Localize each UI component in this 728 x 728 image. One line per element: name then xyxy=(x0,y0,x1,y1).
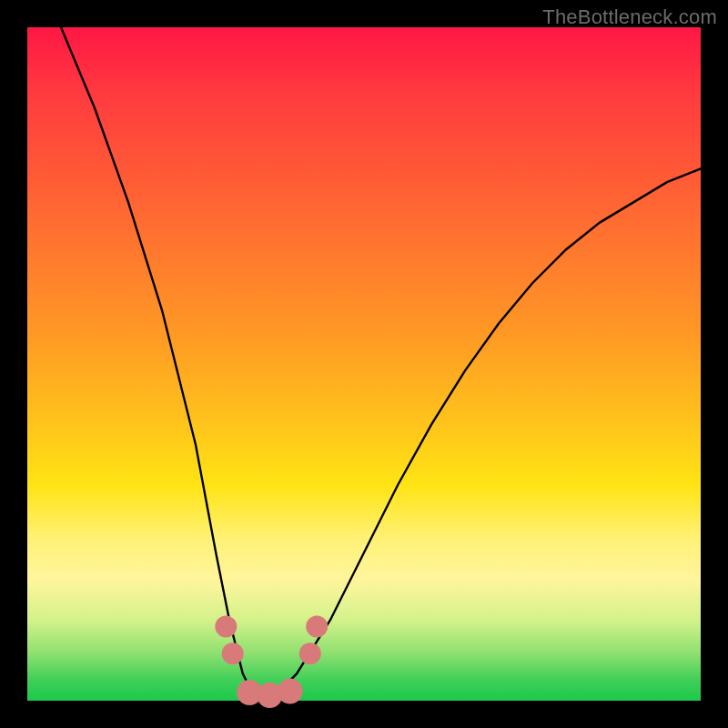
markers-group xyxy=(215,616,328,709)
curve-svg xyxy=(27,27,701,701)
right-cluster-lower xyxy=(299,642,321,664)
plot-area xyxy=(27,27,701,701)
left-cluster-lower xyxy=(222,642,244,664)
watermark-text: TheBottleneck.com xyxy=(542,5,717,29)
chart-frame: TheBottleneck.com xyxy=(0,0,728,728)
left-cluster-upper xyxy=(215,616,237,638)
floor-segment-right xyxy=(278,679,303,704)
right-cluster-upper xyxy=(306,616,328,638)
bottleneck-curve xyxy=(61,27,701,701)
